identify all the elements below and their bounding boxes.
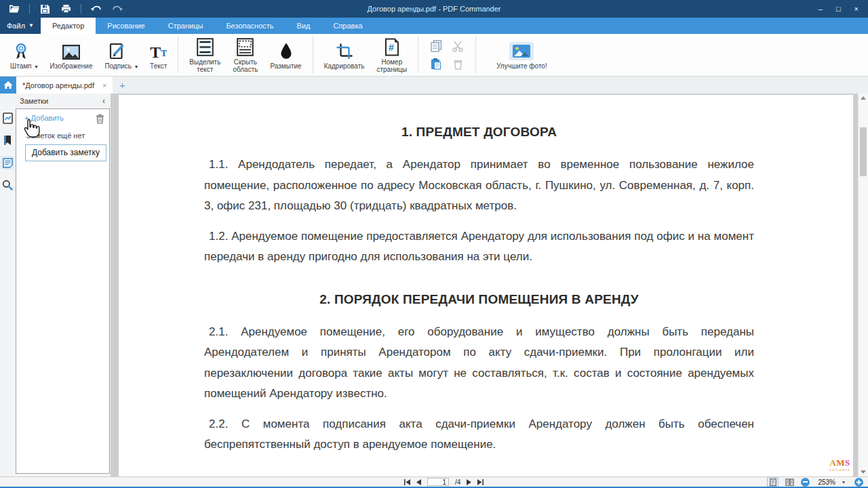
- stamp-button[interactable]: Штамп ▾: [4, 39, 44, 71]
- main-area: Заметки ‹ + Добавить Заметок ещё нет Доб…: [0, 94, 868, 476]
- tab-drawing[interactable]: Рисование: [96, 18, 156, 34]
- notes-panel-icon[interactable]: [1, 156, 14, 169]
- tab-pages[interactable]: Страницы: [157, 18, 215, 34]
- contract-paragraph: 2.1. Арендуемое помещение, его оборудова…: [204, 322, 754, 405]
- clipboard-group: [423, 40, 471, 70]
- toolbar-separator: [178, 37, 178, 73]
- contract-heading-2: 2. ПОРЯДОК ПЕРЕДАЧИ ПОМЕЩЕНИЯ В АРЕНДУ: [204, 292, 754, 307]
- cut-icon[interactable]: [452, 40, 464, 52]
- scroll-up-icon[interactable]: [859, 96, 868, 100]
- hand-cursor-icon: [21, 118, 41, 142]
- status-bar: /4 253% ▾: [0, 476, 868, 488]
- page-navigation: /4: [404, 477, 484, 487]
- notes-sidebar: Заметки ‹ + Добавить Заметок ещё нет Доб…: [15, 94, 111, 476]
- tab-view[interactable]: Вид: [285, 18, 322, 34]
- document-tab-title: *Договор аренды.pdf: [22, 81, 94, 89]
- close-button[interactable]: ×: [854, 5, 859, 13]
- previous-page-button[interactable]: [416, 479, 421, 485]
- signature-button[interactable]: Подпись ▾: [99, 39, 144, 71]
- search-panel-icon[interactable]: [1, 178, 14, 192]
- scroll-down-icon[interactable]: [859, 470, 868, 474]
- highlight-text-button[interactable]: Выделить текст: [183, 35, 226, 75]
- minimize-button[interactable]: –: [818, 5, 823, 13]
- maximize-button[interactable]: □: [836, 5, 841, 13]
- zoom-out-button[interactable]: [801, 478, 810, 487]
- contract-heading-1: 1. ПРЕДМЕТ ДОГОВОРА: [204, 125, 754, 140]
- blur-button[interactable]: Размытие: [264, 39, 307, 71]
- file-menu-button[interactable]: Файл ▼: [0, 18, 41, 34]
- toolbar-separator: [313, 37, 313, 73]
- trash-icon[interactable]: [96, 114, 104, 127]
- crop-button[interactable]: Кадрировать: [318, 39, 371, 71]
- single-page-view-icon[interactable]: [767, 477, 778, 487]
- enhance-photo-icon: [509, 42, 534, 60]
- text-button[interactable]: Tт Текст: [144, 39, 173, 71]
- contract-paragraph: 1.1. Арендодатель передает, а Арендатор …: [204, 155, 754, 217]
- vertical-scrollbar[interactable]: [858, 94, 868, 476]
- new-tab-button[interactable]: +: [113, 77, 132, 94]
- continuous-view-icon[interactable]: [784, 477, 795, 487]
- copy-icon[interactable]: [430, 40, 442, 52]
- titlebar-separator: [81, 4, 81, 14]
- contract-paragraph: 1.2. Арендуемое помещение предоставляетс…: [204, 226, 754, 268]
- scrollbar-thumb[interactable]: [860, 127, 867, 176]
- redo-icon[interactable]: [111, 3, 123, 15]
- stamp-icon: [12, 41, 30, 60]
- tab-help[interactable]: Справка: [321, 18, 374, 34]
- next-page-button[interactable]: [467, 479, 471, 485]
- last-page-button[interactable]: [477, 479, 484, 485]
- title-bar: Договор аренды.pdf - PDF Commander – □ ×: [0, 0, 868, 18]
- save-icon[interactable]: [39, 3, 51, 15]
- page-number-button[interactable]: # Номер страницы: [370, 35, 413, 75]
- window-title: Договор аренды.pdf - PDF Commander: [0, 5, 868, 13]
- document-tab[interactable]: *Договор аренды.pdf ×: [16, 77, 113, 94]
- first-page-button[interactable]: [404, 479, 410, 485]
- collapse-panel-icon[interactable]: ‹: [102, 96, 105, 106]
- hide-area-button[interactable]: Скрыть область: [226, 35, 264, 75]
- zoom-in-button[interactable]: [854, 478, 863, 487]
- chevron-down-icon: ▾: [135, 64, 138, 70]
- chevron-down-icon: ▾: [35, 64, 37, 70]
- paste-icon[interactable]: [430, 58, 442, 70]
- titlebar-separator: [29, 4, 30, 14]
- close-tab-icon[interactable]: ×: [102, 81, 106, 89]
- undo-icon[interactable]: [90, 3, 102, 15]
- left-icon-strip: [0, 94, 15, 476]
- hide-area-icon: [237, 37, 254, 56]
- document-tab-bar: *Договор аренды.pdf × +: [0, 77, 868, 94]
- tab-security[interactable]: Безопасность: [214, 18, 285, 34]
- enhance-photo-button[interactable]: Улучшите фото!: [490, 39, 553, 71]
- tab-editor[interactable]: Редактор: [41, 18, 96, 34]
- image-button[interactable]: Изображение: [44, 39, 99, 71]
- page-number-icon: #: [384, 37, 400, 56]
- home-button[interactable]: [0, 77, 16, 94]
- toolbar-separator: [418, 37, 418, 73]
- svg-text:#: #: [389, 42, 394, 53]
- ams-watermark: AMS software: [829, 459, 850, 473]
- add-note-tooltip: Добавить заметку: [25, 144, 106, 161]
- pdf-commander-window: Договор аренды.pdf - PDF Commander – □ ×…: [0, 0, 868, 488]
- notes-panel: + Добавить Заметок ещё нет Добавить заме…: [16, 108, 110, 474]
- page-total-label: /4: [455, 479, 460, 486]
- print-icon[interactable]: [60, 3, 72, 15]
- text-icon: Tт: [150, 41, 167, 60]
- contract-paragraph: 2.2. С момента подписания акта сдачи-при…: [204, 414, 754, 455]
- bookmarks-panel-icon[interactable]: [1, 134, 14, 147]
- zoom-level-value[interactable]: 253%: [818, 479, 835, 486]
- toolbar-separator: [475, 37, 476, 73]
- highlight-text-icon: [197, 37, 214, 56]
- open-file-icon[interactable]: [8, 3, 20, 15]
- page-number-input[interactable]: [427, 478, 449, 486]
- pages-panel-icon[interactable]: [1, 111, 14, 125]
- zoom-controls: 253% ▾: [767, 477, 863, 487]
- crop-icon: [336, 41, 353, 60]
- delete-icon[interactable]: [452, 58, 464, 70]
- signature-icon: [109, 41, 127, 60]
- chevron-down-icon: ▼: [28, 23, 34, 28]
- image-icon: [62, 41, 81, 60]
- notes-panel-title: Заметки: [20, 97, 48, 105]
- menu-bar: Файл ▼ Редактор Рисование Страницы Безоп…: [0, 18, 868, 34]
- pdf-page: 1. ПРЕДМЕТ ДОГОВОРА 1.1. Арендодатель пе…: [119, 95, 853, 476]
- zoom-dropdown-icon[interactable]: ▾: [842, 479, 845, 485]
- blur-droplet-icon: [279, 41, 294, 60]
